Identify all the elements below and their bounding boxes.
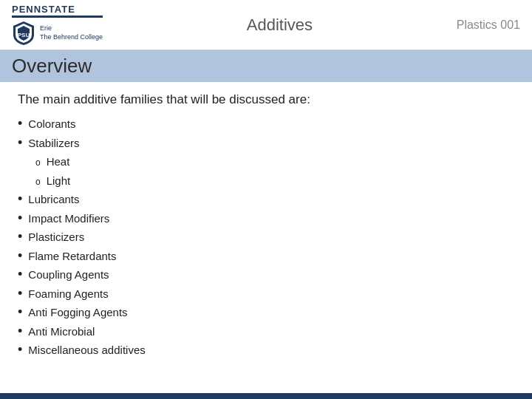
item-text: Anti Fogging Agents (28, 303, 127, 322)
item-text: Foaming Agents (28, 284, 108, 304)
item-text: Anti Microbial (28, 322, 95, 341)
item-text: Stabilizers (28, 134, 79, 153)
bullet-icon: • (18, 230, 22, 243)
list-item: • Stabilizers (18, 134, 514, 153)
sub-list-item: o Light (35, 171, 514, 191)
shield-icon: PSU (12, 20, 35, 47)
sub-logo: PSU Erie The Behrend College (12, 20, 103, 47)
bullet-icon: • (18, 343, 22, 356)
header-course: Plastics 001 (457, 18, 520, 32)
pennstate-bar (12, 16, 103, 18)
bullet-icon: • (18, 324, 22, 338)
sub-bullet-icon: o (35, 174, 41, 189)
list-item: • Anti Microbial (18, 322, 514, 341)
header: PENNSTATE PSU Erie The Behrend College A… (0, 0, 532, 50)
logo-area: PENNSTATE PSU Erie The Behrend College (12, 4, 103, 47)
list-item: • Flame Retardants (18, 247, 514, 266)
list-item: • Impact Modifiers (18, 209, 514, 228)
list-item: • Miscellaneous additives (18, 341, 514, 360)
bullet-list: • Colorants • Stabilizers o Heat o Light… (18, 115, 514, 360)
bullet-icon: • (18, 305, 22, 318)
intro-text: The main additive families that will be … (18, 92, 514, 107)
list-item: • Anti Fogging Agents (18, 303, 514, 322)
sub-item-text: Heat (47, 152, 70, 171)
bullet-icon: • (18, 249, 22, 262)
content-area: The main additive families that will be … (0, 82, 532, 370)
item-text: Miscellaneous additives (28, 341, 145, 360)
list-item: • Lubricants (18, 190, 514, 209)
sub-list: o Heat o Light (18, 152, 514, 190)
sub-list-item: o Heat (35, 152, 514, 171)
list-item: • Plasticizers (18, 228, 514, 247)
bullet-icon: • (18, 211, 22, 225)
list-item: • Foaming Agents (18, 284, 514, 304)
bullet-icon: • (18, 136, 22, 149)
sub-bullet-icon: o (35, 155, 41, 170)
bottom-bar (0, 393, 532, 399)
item-text: Flame Retardants (28, 247, 116, 266)
erie-behrend-label: Erie The Behrend College (40, 24, 103, 41)
item-text: Impact Modifiers (28, 209, 109, 228)
item-text: Colorants (28, 115, 75, 134)
sub-item-text: Light (47, 171, 71, 191)
bullet-icon: • (18, 117, 22, 130)
overview-heading: Overview (0, 50, 532, 82)
pennstate-text: PENNSTATE (12, 4, 75, 15)
header-title: Additives (247, 16, 313, 35)
list-item: • Colorants (18, 115, 514, 134)
item-text: Coupling Agents (28, 265, 109, 284)
svg-text:PSU: PSU (18, 32, 30, 38)
item-text: Plasticizers (28, 228, 84, 247)
item-text: Lubricants (28, 190, 79, 209)
bullet-icon: • (18, 287, 22, 300)
pennstate-logo: PENNSTATE PSU Erie The Behrend College (12, 4, 103, 47)
list-item: • Coupling Agents (18, 265, 514, 284)
bullet-icon: • (18, 267, 22, 281)
bullet-icon: • (18, 192, 22, 205)
